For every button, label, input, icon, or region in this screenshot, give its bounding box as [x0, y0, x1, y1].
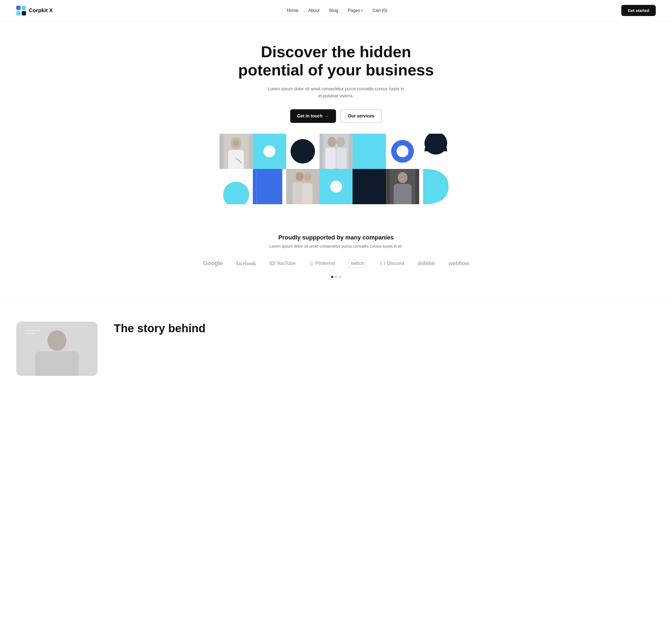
woman-icon — [223, 134, 249, 169]
collage-cell-3 — [286, 134, 319, 169]
nav-blog[interactable]: Blog — [329, 8, 338, 13]
discord-icon — [380, 261, 386, 265]
svg-rect-20 — [336, 148, 346, 169]
hero-heading: Discover the hidden potential of your bu… — [233, 43, 439, 79]
svg-rect-50 — [35, 351, 78, 376]
nav-links: Home About Blog Pages ▾ Cart (0) — [287, 8, 387, 13]
svg-rect-18 — [326, 148, 336, 169]
navy-circle-icon — [286, 134, 319, 169]
dot-2[interactable] — [335, 276, 337, 278]
bottom-heading: The story behind — [114, 322, 205, 335]
youtube-icon — [270, 261, 275, 265]
svg-point-7 — [233, 140, 239, 146]
carousel-dots — [11, 276, 661, 278]
logo-text: Corpkit X — [29, 7, 53, 14]
dot-3[interactable] — [339, 276, 341, 278]
collage-cell-1 — [220, 134, 253, 169]
navy-solid-icon — [353, 169, 386, 204]
arrow-icon: → — [325, 114, 329, 118]
nav-home[interactable]: Home — [287, 8, 299, 13]
facebook-logo: facebook — [236, 260, 256, 266]
cyan-donut-icon — [253, 134, 286, 169]
bottom-text: The story behind — [114, 322, 205, 335]
section-divider — [0, 297, 672, 297]
hero-subtext: Lorem ipsum dolor sit amet consectetur p… — [266, 85, 406, 99]
svg-rect-39 — [357, 169, 382, 204]
svg-point-13 — [264, 145, 275, 157]
svg-rect-2 — [16, 11, 20, 15]
collage-cell-12 — [353, 169, 386, 204]
svg-point-17 — [328, 137, 336, 147]
two-people-2-icon — [290, 169, 315, 204]
nav-cart[interactable]: Cart (0) — [373, 8, 387, 13]
cyan-solid-icon — [353, 134, 386, 169]
svg-rect-35 — [302, 183, 312, 204]
svg-rect-30 — [257, 169, 282, 204]
logo-icon — [16, 6, 26, 15]
cyan-semi-icon — [220, 169, 253, 204]
woman-dark-icon — [390, 169, 415, 204]
logos-section: Proudly suppported by many companies Lor… — [0, 215, 672, 289]
svg-point-19 — [336, 137, 345, 147]
logos-row: Google facebook YouTube p Pinterest twit… — [11, 259, 661, 268]
svg-rect-52 — [25, 333, 35, 334]
dribbble-logo: dribbble — [418, 260, 435, 266]
svg-point-41 — [398, 172, 407, 183]
bottom-image — [16, 322, 98, 376]
svg-point-15 — [290, 139, 315, 163]
our-services-button[interactable]: Our services — [340, 109, 382, 123]
twitch-logo: twitch — [348, 259, 367, 268]
navbar: Corpkit X Home About Blog Pages ▾ Cart (… — [0, 0, 672, 21]
collage-cell-13 — [386, 169, 419, 204]
get-in-touch-button[interactable]: Get in touch → — [290, 109, 336, 123]
svg-rect-0 — [16, 6, 20, 10]
collage-cell-14 — [419, 169, 452, 204]
svg-point-34 — [304, 173, 312, 181]
collage-cell-4 — [319, 134, 353, 169]
logo-link[interactable]: Corpkit X — [16, 6, 53, 15]
svg-point-32 — [296, 172, 304, 181]
collage-cell-2 — [253, 134, 286, 169]
svg-rect-1 — [22, 6, 26, 10]
collage-cell-5 — [353, 134, 386, 169]
collage-cell-6 — [386, 134, 419, 169]
hero-collage — [220, 134, 452, 204]
svg-rect-6 — [228, 150, 244, 169]
svg-point-24 — [397, 145, 408, 157]
dot-1[interactable] — [331, 276, 333, 278]
pinterest-logo: p Pinterest — [309, 261, 335, 266]
blue-donut-icon — [386, 134, 419, 169]
svg-rect-51 — [25, 330, 41, 331]
svg-rect-33 — [293, 183, 303, 204]
svg-text:p: p — [311, 261, 313, 265]
svg-point-49 — [47, 330, 66, 351]
nav-pages[interactable]: Pages ▾ — [348, 8, 362, 13]
svg-point-38 — [330, 180, 342, 192]
collage-cell-10 — [286, 169, 319, 204]
svg-rect-42 — [394, 184, 412, 204]
youtube-logo: YouTube — [270, 261, 296, 266]
google-logo: Google — [203, 260, 223, 267]
collage-cell-9 — [253, 169, 286, 204]
two-people-icon — [323, 134, 349, 169]
logos-subtext: Lorem ipsum dolor sit amet consectetur p… — [11, 244, 661, 248]
collage-cell-7 — [419, 134, 452, 169]
webflow-logo: webflow — [448, 260, 469, 266]
cyan-d-shape-icon — [419, 169, 452, 204]
svg-rect-3 — [22, 11, 26, 15]
get-started-button[interactable]: Get started — [621, 5, 656, 16]
nav-about[interactable]: About — [308, 8, 319, 13]
hero-buttons: Get in touch → Our services — [5, 109, 667, 123]
svg-rect-21 — [357, 134, 382, 169]
bottom-photo-icon — [16, 322, 98, 376]
logos-heading: Proudly suppported by many companies — [11, 234, 661, 241]
navy-quarter-icon — [253, 169, 286, 204]
hero-section: Discover the hidden potential of your bu… — [0, 21, 672, 136]
cyan-donut-2-icon — [319, 169, 353, 204]
navy-semi-icon — [419, 134, 452, 169]
collage-cell-8 — [220, 169, 253, 204]
collage-cell-11 — [319, 169, 353, 204]
bottom-section: The story behind — [0, 305, 672, 387]
pinterest-icon: p — [309, 261, 314, 266]
chevron-down-icon: ▾ — [361, 9, 363, 12]
